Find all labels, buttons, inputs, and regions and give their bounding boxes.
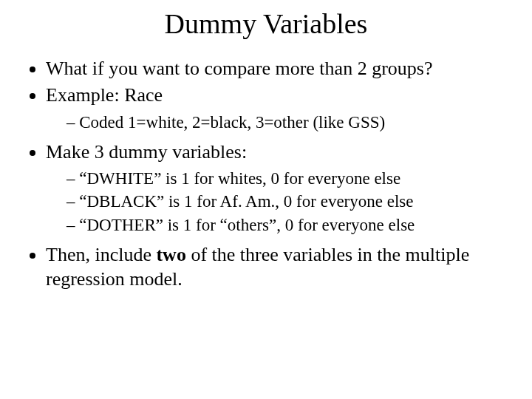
sub-bullet-item: “DBLACK” is 1 for Af. Am., 0 for everyon… bbox=[66, 190, 517, 213]
sub-bullet-list: Coded 1=white, 2=black, 3=other (like GS… bbox=[46, 111, 517, 134]
sub-bullet-list: “DWHITE” is 1 for whites, 0 for everyone… bbox=[46, 167, 517, 236]
slide-title: Dummy Variables bbox=[15, 7, 517, 40]
sub-bullet-item: Coded 1=white, 2=black, 3=other (like GS… bbox=[66, 111, 517, 134]
bullet-list: What if you want to compare more than 2 … bbox=[15, 56, 517, 292]
bullet-text-bold: two bbox=[156, 244, 185, 265]
bullet-text: Example: Race bbox=[46, 84, 163, 106]
bullet-item: Example: Race Coded 1=white, 2=black, 3=… bbox=[46, 83, 517, 134]
bullet-item: What if you want to compare more than 2 … bbox=[46, 56, 517, 81]
bullet-item: Then, include two of the three variables… bbox=[46, 242, 517, 293]
sub-bullet-item: “DWHITE” is 1 for whites, 0 for everyone… bbox=[66, 167, 517, 190]
bullet-text-part: Then, include bbox=[46, 244, 156, 265]
bullet-item: Make 3 dummy variables: “DWHITE” is 1 fo… bbox=[46, 140, 517, 236]
sub-bullet-item: “DOTHER” is 1 for “others”, 0 for everyo… bbox=[66, 214, 517, 236]
slide: Dummy Variables What if you want to comp… bbox=[0, 0, 532, 399]
bullet-text: Make 3 dummy variables: bbox=[46, 141, 247, 163]
